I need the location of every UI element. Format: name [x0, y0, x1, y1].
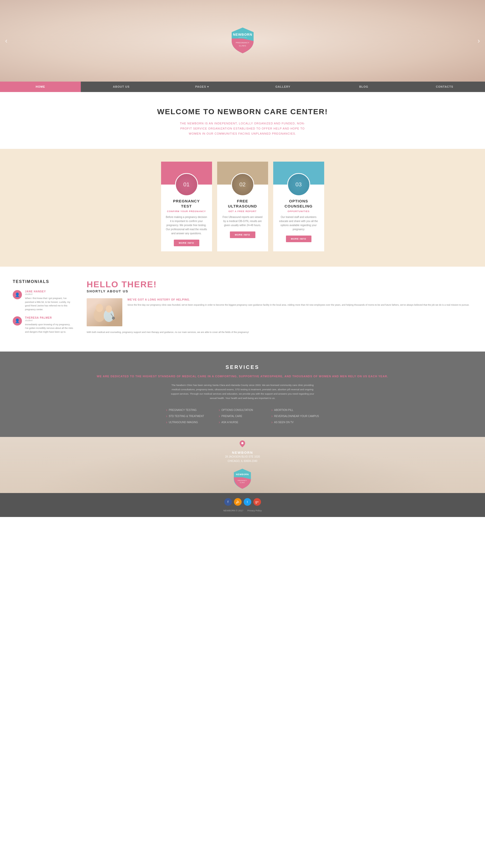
footer-privacy-link[interactable]: Privacy Policy	[248, 509, 262, 512]
svg-point-8	[112, 317, 115, 319]
services-description: The Newborn Clinic has been serving Sant…	[169, 383, 317, 400]
footer-address-2: CHICAGO, IL 60604-2340	[225, 459, 260, 463]
card-text-2: Free Ultrasound reports are viewed by a …	[221, 215, 264, 227]
services-subtitle-text: WE ARE DEDICATED TO THE HIGHEST STANDARD…	[97, 375, 388, 378]
testimonial-role-1: student	[25, 293, 74, 296]
services-heading: SERVICES	[15, 364, 470, 370]
service-pregnancy-testing[interactable]: PREGNANCY TESTING	[166, 408, 214, 412]
footer-hero: NEWBORN 28 JACKSON BLVD STE 1020 CHICAGO…	[0, 437, 485, 493]
history-text: Since the first day our pregnancy clinic…	[127, 303, 470, 307]
card-btn-1[interactable]: MORE INFO	[174, 240, 199, 246]
testimonial-avatar-1: 👤	[13, 290, 22, 299]
hero-logo: NEWBORN PREGNANCY CLINIC	[231, 27, 254, 55]
svg-text:NEWBORN: NEWBORN	[236, 473, 249, 475]
hello-content: WE'VE GOT A LONG HISTORY OF HELPING. Sin…	[87, 298, 472, 326]
card-content-3: OPTIONSCOUNSELING OPPORTUNITIES Our trai…	[273, 198, 324, 242]
doctors-illustration	[88, 301, 121, 326]
logo-shield-icon: NEWBORN PREGNANCY CLINIC	[231, 27, 254, 54]
hello-text-area: WE'VE GOT A LONG HISTORY OF HELPING. Sin…	[127, 298, 470, 326]
card-btn-3[interactable]: MORE INFO	[286, 236, 312, 242]
service-abortion-pill[interactable]: ABORTION PILL	[271, 408, 319, 412]
hello-image	[87, 298, 122, 326]
nav-pages[interactable]: PAGES ▾	[162, 82, 243, 92]
card-pregnancy-test: 01 PREGNANCYTEST CONFIRM YOUR PREGNANCY …	[161, 162, 212, 251]
nav-gallery[interactable]: GALLERY	[243, 82, 323, 92]
hello-img-inner	[87, 298, 122, 326]
main-navigation: HOME ABOUT US PAGES ▾ GALLERY BLOG CONTA…	[0, 82, 485, 92]
social-twitter-btn[interactable]: t	[244, 498, 251, 506]
hero-next-arrow[interactable]: ›	[478, 37, 480, 45]
svg-text:PREGNANCY: PREGNANCY	[238, 480, 247, 481]
services-subtitle: WE ARE DEDICATED TO THE HIGHEST STANDARD…	[15, 374, 470, 379]
location-pin-icon	[238, 440, 246, 447]
card-subtitle-3: OPPORTUNITIES	[277, 210, 320, 213]
testimonial-text-area-1: JANE HANSEY student When I first knew th…	[25, 290, 74, 311]
testimonial-avatar-2: 👤	[13, 316, 22, 326]
hello-subheading: SHORTLY ABOUT US	[87, 289, 472, 293]
testimonials-column: TESTIMONIALS 👤 JANE HANSEY student When …	[13, 279, 74, 339]
service-ask-nurse[interactable]: ASK A NURSE	[219, 420, 266, 424]
hello-heading: HELLO THERE!	[87, 279, 472, 289]
card-title-3: OPTIONSCOUNSELING	[277, 198, 320, 209]
services-grid: PREGNANCY TESTING OPTIONS CONSULTATION A…	[166, 408, 319, 424]
card-subtitle-2: GET A FREE REPORT	[221, 210, 264, 213]
services-section: SERVICES WE ARE DEDICATED TO THE HIGHEST…	[0, 351, 485, 437]
testimonial-text-area-2: THERESA PALMER student Immediately upon …	[25, 316, 74, 334]
card-text-3: Our trained staff and volunteers educate…	[277, 215, 320, 231]
social-facebook-btn[interactable]: f	[224, 498, 232, 506]
footer-hero-content: NEWBORN 28 JACKSON BLVD STE 1020 CHICAGO…	[225, 440, 260, 490]
footer-bottom: NEWBORN © 2017 Privacy Policy	[223, 509, 262, 512]
svg-point-6	[106, 305, 112, 313]
nav-blog[interactable]: BLOG	[323, 82, 404, 92]
testimonial-quote-1: When I first knew that I got pregnant, I…	[25, 297, 74, 311]
testimonial-item-2: 👤 THERESA PALMER student Immediately upo…	[13, 316, 74, 334]
person-icon-1: 👤	[15, 292, 20, 297]
card-text-1: Before making a pregnancy decision it is…	[165, 215, 208, 236]
service-options-consultation[interactable]: OPTIONS CONSULTATION	[219, 408, 266, 412]
footer-clinic-name: NEWBORN	[225, 451, 260, 455]
card-number-1: 01	[183, 181, 189, 188]
svg-point-9	[241, 442, 244, 444]
welcome-title: WELCOME TO NEWBORN CARE CENTER!	[10, 107, 475, 116]
social-googleplus-btn[interactable]: g+	[253, 498, 261, 506]
card-circle-1: 01	[175, 173, 198, 196]
hero-section: ‹ NEWBORN PREGNANCY CLINIC ›	[0, 0, 485, 82]
hello-column: HELLO THERE! SHORTLY ABOUT US WE'	[87, 279, 472, 339]
nav-home[interactable]: HOME	[0, 82, 81, 92]
nav-about[interactable]: ABOUT US	[81, 82, 162, 92]
testimonial-quote-2: Immediately upon knowing of my pregnancy…	[25, 323, 74, 334]
rss-icon	[236, 500, 239, 503]
svg-text:PREGNANCY: PREGNANCY	[236, 42, 249, 43]
card-btn-2[interactable]: MORE INFO	[230, 231, 255, 238]
card-circle-3: 03	[287, 173, 310, 196]
mid-section: TESTIMONIALS 👤 JANE HANSEY student When …	[0, 267, 485, 351]
card-number-3: 03	[295, 181, 301, 188]
hello-bottom: With both medical and counseling, pregna…	[87, 330, 472, 334]
services-cards: 01 PREGNANCYTEST CONFIRM YOUR PREGNANCY …	[0, 149, 485, 267]
card-counseling: 03 OPTIONSCOUNSELING OPPORTUNITIES Our t…	[273, 162, 324, 251]
welcome-text-accent: ORGANIZATION	[208, 127, 232, 130]
svg-text:CLINIC: CLINIC	[240, 482, 245, 483]
service-std-testing[interactable]: STD TESTING & TREATMENT	[166, 414, 214, 418]
card-title-2: FREEULTRASOUND	[221, 198, 264, 209]
testimonial-role-2: student	[25, 319, 74, 322]
card-subtitle-1: CONFIRM YOUR PREGNANCY	[165, 210, 208, 213]
svg-text:CLINIC: CLINIC	[239, 45, 246, 46]
person-icon-2: 👤	[15, 318, 20, 323]
card-ultrasound: 02 FREEULTRASOUND GET A FREE REPORT Free…	[217, 162, 268, 251]
welcome-text: THE NEWBORN IS AN INDEPENDENT, LOCALLY O…	[179, 121, 306, 136]
social-rss-btn[interactable]	[234, 498, 241, 506]
card-content-1: PREGNANCYTEST CONFIRM YOUR PREGNANCY Bef…	[161, 198, 212, 246]
service-prenatal-care[interactable]: PRENATAL CARE	[219, 414, 266, 418]
hero-prev-arrow[interactable]: ‹	[5, 37, 7, 45]
footer-social: f t g+	[224, 498, 261, 506]
svg-text:NEWBORN: NEWBORN	[233, 33, 252, 36]
service-reversal[interactable]: REVERSALON/NEAR YOUR CAMPUS	[271, 414, 319, 418]
service-tv[interactable]: AS SEEN ON TV	[271, 420, 319, 424]
service-ultrasound[interactable]: ULTRASOUND IMAGING	[166, 420, 214, 424]
svg-point-4	[96, 304, 103, 312]
card-circle-2: 02	[231, 173, 254, 196]
card-number-2: 02	[239, 181, 246, 188]
testimonials-heading: TESTIMONIALS	[13, 279, 74, 284]
nav-contacts[interactable]: CONTACTS	[404, 82, 485, 92]
